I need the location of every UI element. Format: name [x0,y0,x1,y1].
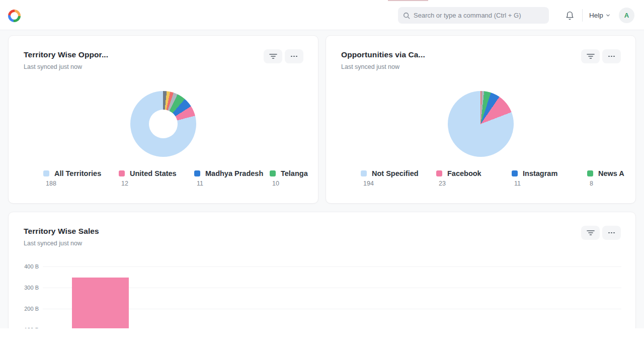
legend-item: United States12 [119,169,194,198]
legend-label: News A [598,169,624,177]
y-axis-tick-label: 300 B [9,285,39,291]
y-axis-tick-label: 100 B [9,327,39,328]
legend-swatch [361,170,367,176]
legend-value: 10 [272,180,317,187]
legend-label: Instagram [523,169,557,177]
chart-legend: All Territories188United States12Madhya … [43,169,317,198]
y-axis-tick-label: 200 B [9,306,39,312]
legend-item: Telanga10 [270,169,317,198]
last-synced-text: Last synced just now [24,63,82,70]
legend-swatch [436,170,442,176]
ellipsis-icon [291,56,297,57]
legend-item: Madhya Pradesh11 [194,169,270,198]
legend-item: News A8 [587,169,635,198]
search-input[interactable] [414,12,544,19]
card-title: Opportunities via Ca... [341,50,425,59]
legend-label: Madhya Pradesh [205,169,263,177]
donut-hole [149,110,178,138]
gridline [43,309,621,309]
notifications-button[interactable] [562,9,577,23]
help-menu[interactable]: Help [589,10,611,20]
more-options-button[interactable] [602,49,621,63]
command-search[interactable] [398,7,549,24]
legend-item: Not Specified194 [361,169,436,198]
filter-icon [269,53,277,59]
avatar-letter: A [624,12,629,19]
app-logo-hole [11,12,18,20]
legend-swatch [512,170,518,176]
header-divider [582,9,583,22]
card-territory-wise-sales: Territory Wise Sales Last synced just no… [8,212,636,328]
legend-value: 8 [590,180,635,187]
legend-label: United States [130,169,177,177]
card-actions [264,49,303,63]
bell-icon [565,11,575,21]
card-territory-wise-opportunities: Territory Wise Oppor... Last synced just… [8,35,318,204]
app-logo-icon[interactable] [8,10,21,22]
gridline [43,288,621,288]
ellipsis-icon [608,56,615,57]
pie-chart[interactable] [448,91,514,157]
legend-swatch [194,170,200,176]
legend-value: 12 [121,180,194,187]
filter-button[interactable] [581,49,600,63]
bar-chart: 400 B300 B200 B100 B [9,212,635,328]
legend-value: 188 [46,180,119,187]
legend-swatch [43,170,49,176]
legend-label: Facebook [447,169,481,177]
card-actions [581,49,621,63]
more-options-button[interactable] [285,49,303,63]
search-icon [403,12,410,19]
legend-label: Telanga [281,169,308,177]
legend-swatch [119,170,125,176]
filter-icon [587,53,595,59]
legend-value: 11 [197,180,270,187]
legend-value: 23 [439,180,512,187]
chevron-down-icon [605,13,611,18]
legend-swatch [270,170,276,176]
legend-label: Not Specified [372,169,419,177]
legend-item: All Territories188 [43,169,119,198]
last-synced-text: Last synced just now [341,63,399,70]
user-avatar[interactable]: A [619,8,634,23]
filter-button[interactable] [264,49,282,63]
legend-swatch [587,170,593,176]
legend-value: 11 [514,180,587,187]
help-label: Help [589,12,603,19]
chart-legend: Not Specified194Facebook23Instagram11New… [361,169,635,198]
y-axis-tick-label: 400 B [9,263,39,269]
legend-item: Instagram11 [512,169,587,198]
toast-edge-artifact [388,0,428,1]
legend-label: All Territories [54,169,101,177]
dashboard-page: Help A Territory Wise Oppor... Last sync… [0,0,644,328]
card-title: Territory Wise Oppor... [24,50,108,59]
top-navbar: Help A [0,0,644,30]
bar-segment[interactable] [72,278,129,328]
legend-value: 194 [363,180,436,187]
gridline [43,266,621,267]
legend-item: Facebook23 [436,169,512,198]
card-opportunities-via-campaign: Opportunities via Ca... Last synced just… [326,35,636,204]
donut-chart[interactable] [130,91,196,157]
